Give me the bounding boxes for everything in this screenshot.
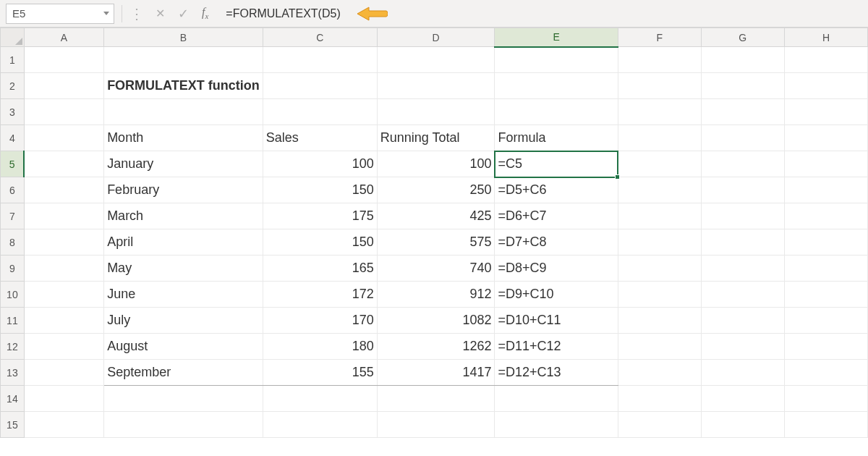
cell-D13[interactable]: 1417 xyxy=(377,360,495,386)
cell-B1[interactable] xyxy=(104,47,263,73)
cell-A14[interactable] xyxy=(24,386,103,412)
cell-A10[interactable] xyxy=(24,282,103,308)
cell-G15[interactable] xyxy=(701,412,784,438)
row-header-6[interactable]: 6 xyxy=(1,177,25,203)
cell-H9[interactable] xyxy=(784,256,867,282)
cell-B7[interactable]: March xyxy=(104,203,263,229)
cell-H12[interactable] xyxy=(784,334,867,360)
cell-A6[interactable] xyxy=(24,177,103,203)
cell-F2[interactable] xyxy=(618,73,701,99)
cell-C12[interactable]: 180 xyxy=(263,334,377,360)
cell-A7[interactable] xyxy=(24,203,103,229)
col-header-E[interactable]: E xyxy=(495,28,618,47)
col-header-B[interactable]: B xyxy=(104,28,263,47)
cell-G4[interactable] xyxy=(701,125,784,151)
cell-A9[interactable] xyxy=(24,256,103,282)
cell-C6[interactable]: 150 xyxy=(263,177,377,203)
cell-H13[interactable] xyxy=(784,360,867,386)
fx-icon[interactable]: fx xyxy=(202,6,208,20)
cell-E13[interactable]: =D12+C13 xyxy=(495,360,618,386)
cell-B6[interactable]: February xyxy=(104,177,263,203)
cell-A8[interactable] xyxy=(24,229,103,256)
formula-input[interactable]: =FORMULATEXT(D5) xyxy=(226,4,862,24)
row-header-10[interactable]: 10 xyxy=(1,282,25,308)
cell-D4[interactable]: Running Total xyxy=(377,125,495,151)
cell-E15[interactable] xyxy=(495,412,618,438)
cell-D1[interactable] xyxy=(377,47,495,73)
cell-B2[interactable]: FORMULATEXT function xyxy=(104,73,263,99)
name-box[interactable]: E5 xyxy=(6,4,114,24)
cell-C11[interactable]: 170 xyxy=(263,308,377,334)
cell-D7[interactable]: 425 xyxy=(377,203,495,229)
cell-F8[interactable] xyxy=(618,229,701,256)
cell-F14[interactable] xyxy=(618,386,701,412)
col-header-G[interactable]: G xyxy=(701,28,784,47)
cell-H1[interactable] xyxy=(784,47,867,73)
cell-G14[interactable] xyxy=(701,386,784,412)
select-all-corner[interactable] xyxy=(1,28,25,47)
row-header-9[interactable]: 9 xyxy=(1,256,25,282)
cell-E4[interactable]: Formula xyxy=(495,125,618,151)
cell-D10[interactable]: 912 xyxy=(377,282,495,308)
cell-A15[interactable] xyxy=(24,412,103,438)
cell-G1[interactable] xyxy=(701,47,784,73)
cell-D8[interactable]: 575 xyxy=(377,229,495,256)
cell-H2[interactable] xyxy=(784,73,867,99)
row-header-1[interactable]: 1 xyxy=(1,47,25,73)
row-header-5[interactable]: 5 xyxy=(1,151,25,177)
cell-A4[interactable] xyxy=(24,125,103,151)
cell-A13[interactable] xyxy=(24,360,103,386)
cell-H3[interactable] xyxy=(784,99,867,125)
cell-H15[interactable] xyxy=(784,412,867,438)
cell-C1[interactable] xyxy=(263,47,377,73)
cell-A11[interactable] xyxy=(24,308,103,334)
cell-D9[interactable]: 740 xyxy=(377,256,495,282)
cell-A1[interactable] xyxy=(24,47,103,73)
cell-H6[interactable] xyxy=(784,177,867,203)
cell-E9[interactable]: =D8+C9 xyxy=(495,256,618,282)
cell-B14[interactable] xyxy=(104,386,263,412)
cell-B9[interactable]: May xyxy=(104,256,263,282)
col-header-D[interactable]: D xyxy=(377,28,495,47)
col-header-F[interactable]: F xyxy=(618,28,701,47)
cell-C5[interactable]: 100 xyxy=(263,151,377,177)
cell-A5[interactable] xyxy=(24,151,103,177)
cell-D15[interactable] xyxy=(377,412,495,438)
cell-B8[interactable]: April xyxy=(104,229,263,256)
cell-A2[interactable] xyxy=(24,73,103,99)
cell-G11[interactable] xyxy=(701,308,784,334)
cell-F12[interactable] xyxy=(618,334,701,360)
cell-E5[interactable]: =C5 xyxy=(495,151,618,177)
cell-H4[interactable] xyxy=(784,125,867,151)
cell-F9[interactable] xyxy=(618,256,701,282)
row-header-2[interactable]: 2 xyxy=(1,73,25,99)
row-header-15[interactable]: 15 xyxy=(1,412,25,438)
cell-F3[interactable] xyxy=(618,99,701,125)
cell-F4[interactable] xyxy=(618,125,701,151)
cell-E11[interactable]: =D10+C11 xyxy=(495,308,618,334)
cell-G3[interactable] xyxy=(701,99,784,125)
cell-F10[interactable] xyxy=(618,282,701,308)
row-header-8[interactable]: 8 xyxy=(1,229,25,256)
cell-E6[interactable]: =D5+C6 xyxy=(495,177,618,203)
cell-B4[interactable]: Month xyxy=(104,125,263,151)
cell-B10[interactable]: June xyxy=(104,282,263,308)
cell-H11[interactable] xyxy=(784,308,867,334)
cell-H14[interactable] xyxy=(784,386,867,412)
cell-H10[interactable] xyxy=(784,282,867,308)
cell-G10[interactable] xyxy=(701,282,784,308)
row-header-14[interactable]: 14 xyxy=(1,386,25,412)
cell-E7[interactable]: =D6+C7 xyxy=(495,203,618,229)
cell-G5[interactable] xyxy=(701,151,784,177)
cell-F5[interactable] xyxy=(618,151,701,177)
row-header-3[interactable]: 3 xyxy=(1,99,25,125)
cell-D11[interactable]: 1082 xyxy=(377,308,495,334)
cell-D2[interactable] xyxy=(377,73,495,99)
cell-A3[interactable] xyxy=(24,99,103,125)
worksheet[interactable]: ABCDEFGH 12FORMULATEXT function34MonthSa… xyxy=(0,28,868,438)
cell-F15[interactable] xyxy=(618,412,701,438)
cell-F1[interactable] xyxy=(618,47,701,73)
col-header-A[interactable]: A xyxy=(24,28,103,47)
row-header-12[interactable]: 12 xyxy=(1,334,25,360)
cell-C10[interactable]: 172 xyxy=(263,282,377,308)
